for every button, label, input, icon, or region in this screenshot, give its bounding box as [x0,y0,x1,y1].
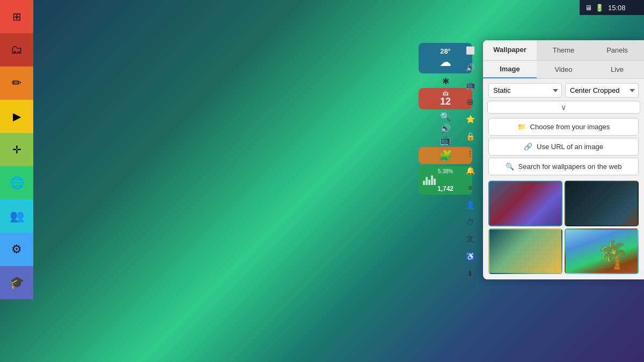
tray-accessibility-icon[interactable]: ♿ [463,249,478,264]
tray-grid2-icon[interactable]: ⋮ [463,146,478,161]
tray-grid-icon[interactable]: ⊞ [463,94,478,109]
tray-layers-icon[interactable]: ≡ [463,180,478,195]
main-tab-row: Wallpaper Theme Panels [483,40,644,61]
appgrid-icon: ⊞ [12,10,21,23]
topbar-clock: 15:08 [608,4,626,12]
files-icon: 🗂 [11,43,23,57]
settings-icon: ⚙ [11,242,22,256]
tab-live[interactable]: Live [590,61,644,78]
chart-bar-2 [426,177,428,185]
expand-button[interactable]: ∨ [487,101,640,114]
tray-user-icon[interactable]: 👤 [463,197,478,212]
chart-bar-5 [434,179,436,185]
chart-bar-3 [428,180,430,185]
battery-icon: 🔋 [595,4,604,12]
tray-clock-icon[interactable]: ⏱ [463,215,478,230]
tray-bell-icon[interactable]: 🔔 [463,163,478,178]
chevron-row: ∨ [483,100,644,116]
tab-video[interactable]: Video [537,61,590,78]
wallpaper-grid [483,178,644,274]
wallpaper-thumb-2[interactable] [565,181,639,226]
dropdowns-row: Static Slideshow Color Center Cropped Sc… [483,79,644,100]
chart-bar-1 [423,181,425,185]
tray-translate-icon[interactable]: 文 [463,232,478,247]
launcher-item-files[interactable]: 🗂 [0,33,33,67]
wallpaper-thumb-4[interactable] [565,228,639,274]
display-icon: 🖥 [585,4,592,12]
tray-star-icon[interactable]: ⭐ [463,112,478,127]
launcher-item-contacts[interactable]: 👥 [0,200,33,233]
tab-panels[interactable]: Panels [590,40,644,60]
topbar-system-icons: 🖥 🔋 [585,4,604,12]
education-icon: 🎓 [10,276,24,290]
launcher-item-education[interactable]: 🎓 [0,266,33,299]
wallpaper-panel: Wallpaper Theme Panels Image Video Live … [483,40,644,279]
tray-bottom-icon[interactable]: ⬇ [463,266,478,281]
launcher-item-appgrid[interactable]: ⊞ [0,0,33,33]
search-wallpaper-icon: 🔍 [506,162,514,171]
launcher-item-media[interactable]: ▶ [0,100,33,133]
use-url-button[interactable]: 🔗 Use URL of an image [488,138,639,156]
tab-wallpaper[interactable]: Wallpaper [483,40,537,60]
launcher-item-settings[interactable]: ⚙ [0,233,33,266]
wallpaper-thumb-3[interactable] [488,228,562,274]
launcher-item-games[interactable]: ✛ [0,133,33,166]
position-dropdown[interactable]: Center Cropped Scaled Centered Tiled Str… [565,83,639,98]
media-tab-row: Image Video Live [483,61,644,79]
topbar: 🖥 🔋 15:08 [580,0,644,15]
tray-column: ⬜ 🔊 📺 ⊞ ⭐ 🔒 ⋮ 🔔 ≡ 👤 ⏱ 文 ♿ ⬇ [462,43,479,281]
tray-display-icon[interactable]: ⬜ [463,43,478,58]
choose-images-button[interactable]: 📁 Choose from your images [488,118,639,136]
tray-volume-icon[interactable]: 🔊 [463,60,478,75]
contacts-icon: 👥 [10,209,24,223]
use-url-label: Use URL of an image [537,143,603,151]
search-wallpapers-button[interactable]: 🔍 Search for wallpapers on the web [488,158,639,175]
wallpaper-thumb-1[interactable] [488,181,562,226]
type-dropdown[interactable]: Static Slideshow Color [488,83,562,98]
launcher-item-browser[interactable]: 🌐 [0,166,33,200]
launcher-item-editor[interactable]: ✏ [0,67,33,100]
chart-bar-4 [431,175,433,185]
tray-monitor-icon[interactable]: 📺 [463,77,478,92]
search-wallpapers-label: Search for wallpapers on the web [518,162,622,171]
tab-image[interactable]: Image [483,61,537,78]
puzzle-icon: 🧩 [439,150,452,161]
folder-icon: 📁 [517,123,526,131]
link-icon: 🔗 [524,143,532,151]
tab-theme[interactable]: Theme [537,40,590,60]
tray-lock-icon[interactable]: 🔒 [463,129,478,144]
choose-images-label: Choose from your images [530,123,610,131]
editor-icon: ✏ [12,76,21,90]
browser-icon: 🌐 [10,176,24,190]
launcher-sidebar: ⊞ 🗂 ✏ ▶ ✛ 🌐 👥 ⚙ 🎓 [0,0,33,362]
media-icon: ▶ [13,110,21,123]
games-icon: ✛ [12,143,21,156]
